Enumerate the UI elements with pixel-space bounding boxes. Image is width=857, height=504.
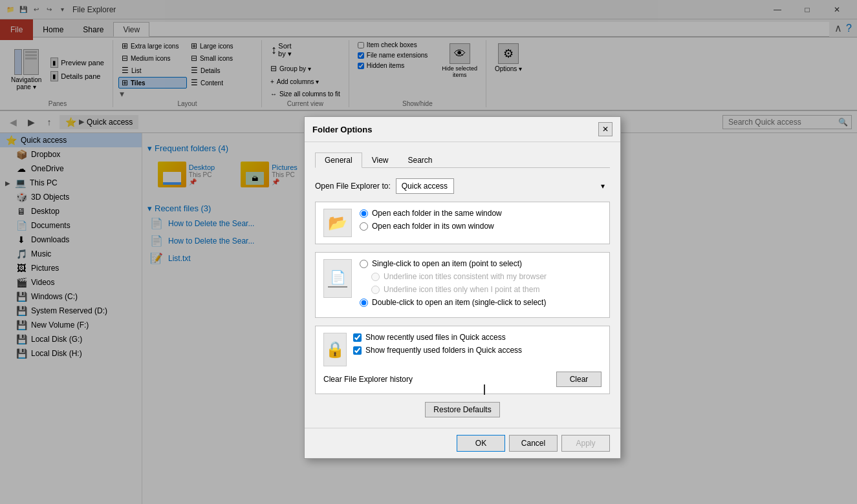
own-window-radio[interactable] bbox=[360, 222, 368, 231]
underline-point-row: Underline icon titles only when I point … bbox=[360, 285, 547, 294]
privacy-group: 🔒 Show recently used files in Quick acce… bbox=[315, 326, 610, 394]
single-click-radio[interactable] bbox=[360, 260, 368, 268]
tab-general[interactable]: General bbox=[315, 152, 362, 168]
show-frequent-label: Show frequently used folders in Quick ac… bbox=[365, 346, 522, 355]
single-click-label: Single-click to open an item (point to s… bbox=[372, 259, 522, 268]
dialog-footer: OK Cancel Apply bbox=[305, 428, 620, 458]
underline-browser-label: Underline icon titles consistent with my… bbox=[384, 272, 547, 281]
browse-folders-content: 📂 Open each folder in the same window Op… bbox=[323, 209, 602, 237]
restore-defaults-button[interactable]: Restore Defaults bbox=[425, 402, 499, 417]
underline-browser-row: Underline icon titles consistent with my… bbox=[360, 272, 547, 281]
same-window-label: Open each folder in the same window bbox=[372, 209, 502, 218]
same-window-row: Open each folder in the same window bbox=[360, 209, 502, 218]
single-click-row: Single-click to open an item (point to s… bbox=[360, 259, 547, 268]
cursor bbox=[484, 384, 490, 395]
tab-search[interactable]: Search bbox=[398, 152, 442, 168]
clear-history-label: Clear File Explorer history bbox=[323, 375, 413, 384]
dialog-close-button[interactable]: ✕ bbox=[598, 122, 613, 136]
underline-point-label: Underline icon titles only when I point … bbox=[384, 285, 539, 294]
double-click-label: Double-click to open an item (single-cli… bbox=[372, 298, 546, 307]
browse-folders-options: Open each folder in the same window Open… bbox=[360, 209, 502, 235]
click-items-content: 📄 Single-click to open an item (point to… bbox=[323, 259, 602, 311]
show-frequent-row: Show frequently used folders in Quick ac… bbox=[353, 346, 602, 355]
dialog-title: Folder Options bbox=[312, 125, 598, 134]
underline-point-radio bbox=[371, 286, 380, 294]
clear-button[interactable]: Clear bbox=[556, 372, 602, 387]
show-recent-checkbox[interactable] bbox=[353, 333, 362, 342]
folder-options-dialog: Folder Options ✕ General View Search Ope… bbox=[304, 116, 621, 459]
show-frequent-checkbox[interactable] bbox=[353, 346, 362, 355]
privacy-content: 🔒 Show recently used files in Quick acce… bbox=[323, 333, 602, 366]
privacy-checkboxes: Show recently used files in Quick access… bbox=[353, 333, 602, 366]
clear-history-row: Clear File Explorer history Clear bbox=[323, 372, 602, 387]
same-window-radio[interactable] bbox=[360, 209, 368, 218]
double-click-radio[interactable] bbox=[360, 299, 368, 307]
browse-folders-icon: 📂 bbox=[323, 209, 352, 237]
click-items-options: Single-click to open an item (point to s… bbox=[360, 259, 547, 311]
privacy-icon: 🔒 bbox=[323, 333, 347, 366]
browse-folders-group: 📂 Open each folder in the same window Op… bbox=[315, 202, 610, 244]
own-window-row: Open each folder in its own window bbox=[360, 222, 502, 231]
open-to-select[interactable]: Quick access This PC bbox=[396, 178, 454, 194]
restore-defaults-area: Restore Defaults bbox=[315, 402, 610, 417]
double-click-row: Double-click to open an item (single-cli… bbox=[360, 298, 547, 307]
dialog-content: General View Search Open File Explorer t… bbox=[305, 142, 620, 428]
cancel-button[interactable]: Cancel bbox=[509, 435, 558, 452]
underline-browser-radio bbox=[371, 273, 380, 281]
open-to-label: Open File Explorer to: bbox=[315, 182, 391, 191]
apply-button[interactable]: Apply bbox=[561, 435, 610, 452]
tab-view[interactable]: View bbox=[362, 152, 398, 168]
click-items-icon: 📄 bbox=[323, 259, 352, 298]
open-to-select-wrapper: Quick access This PC bbox=[396, 178, 610, 194]
dialog-tabs: General View Search bbox=[315, 152, 610, 168]
own-window-label: Open each folder in its own window bbox=[372, 222, 494, 231]
show-recent-label: Show recently used files in Quick access bbox=[365, 333, 506, 342]
dialog-title-bar: Folder Options ✕ bbox=[305, 117, 620, 142]
click-items-group: 📄 Single-click to open an item (point to… bbox=[315, 252, 610, 318]
open-to-row: Open File Explorer to: Quick access This… bbox=[315, 178, 610, 194]
ok-button[interactable]: OK bbox=[457, 435, 505, 452]
show-recent-row: Show recently used files in Quick access bbox=[353, 333, 602, 342]
